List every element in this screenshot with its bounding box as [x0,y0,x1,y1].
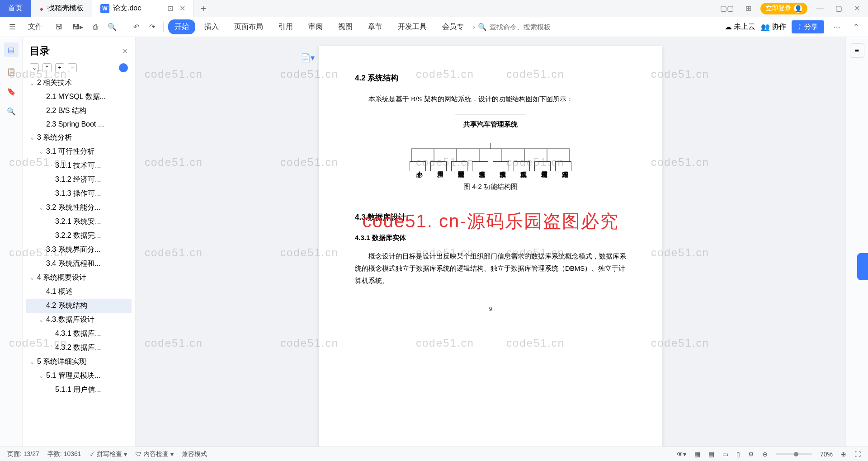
menu-member[interactable]: 会员专 [436,19,470,34]
bookmark-icon[interactable]: 🔖 [6,86,17,97]
login-button[interactable]: 立即登录 👤 [760,3,807,14]
file-menu[interactable]: 文件 [22,19,49,34]
sidebar-close-icon[interactable]: ✕ [122,47,128,56]
view-read-icon[interactable]: ▯ [736,451,740,458]
pin-icon[interactable]: ⊡ [167,4,173,13]
print-icon[interactable]: ⎙ [90,20,101,34]
search-rail-icon[interactable]: 🔍 [6,106,17,117]
toc-item[interactable]: ⌄4.3.数据库设计 [26,313,132,327]
toc-item[interactable]: 3.2.1 系统安... [26,215,132,229]
view-page-icon[interactable]: ▦ [694,451,700,458]
toc-item[interactable]: ⌄5.1 管理员模块... [26,369,132,383]
clipboard-icon[interactable]: 📋 [6,66,17,77]
toc-item[interactable]: 2.2 B/S 结构 [26,104,132,118]
toc-item[interactable]: 4.3.1 数据库... [26,327,132,341]
save-icon[interactable]: 🖫 [52,20,66,34]
toc-item[interactable]: 2.3 Spring Boot ... [26,118,132,131]
menu-review[interactable]: 审阅 [302,19,329,34]
toc-item[interactable]: ⌄2 相关技术 [26,76,132,90]
close-icon[interactable]: ✕ [179,4,185,13]
tab-document[interactable]: W 论文.doc ⊡ ✕ [92,0,194,17]
compat-mode[interactable]: 兼容模式 [182,450,207,458]
share-button[interactable]: ⤴分享 [792,20,824,33]
zoom-in-icon[interactable]: ⊕ [841,451,846,458]
toc-item[interactable]: 4.3.2 数据库... [26,341,132,355]
toc-item[interactable]: 4.2 系统结构 [26,299,132,313]
maximize-icon[interactable]: ▢ [833,4,845,13]
toc-item[interactable]: 5.1.1 用户信... [26,383,132,397]
more-icon[interactable]: ⋯ [830,20,844,34]
chevron-down-icon[interactable]: ⌄ [30,359,35,365]
zoom-value[interactable]: 70% [820,451,833,458]
settings-icon[interactable]: ⚙ [748,451,754,458]
collab-button[interactable]: 👥协作 [761,22,786,32]
org-leaf: 汽车投放管理 [493,161,509,171]
side-tab[interactable] [857,253,868,280]
document-area[interactable]: 📄▾ 4.2 系统结构 本系统是基于 B/S 架构的网站系统，设计的功能结构图如… [136,37,845,447]
apps-icon[interactable]: ⊞ [743,4,754,13]
chevron-down-icon[interactable]: ⌄ [39,373,44,379]
sidebar-title-row: 目录 ✕ [26,42,132,60]
fullscreen-icon[interactable]: ⛶ [854,451,861,458]
view-web-icon[interactable]: ▭ [722,451,728,458]
menu-view[interactable]: 视图 [332,19,359,34]
undo-icon[interactable]: ↶ [130,20,143,34]
eye-icon[interactable]: 👁▾ [677,451,686,458]
layout-icon[interactable]: ▢▢ [717,4,736,13]
right-panel-icon[interactable]: ≡ [850,43,864,58]
add-item-icon[interactable]: + [55,63,64,72]
tab-template[interactable]: ⬥ 找稻壳模板 [31,0,92,17]
minimize-icon[interactable]: — [814,5,826,13]
toc-item[interactable]: ⌄3 系统分析 [26,131,132,145]
menu-section[interactable]: 章节 [362,19,389,34]
collapse-icon[interactable]: ⌃ [849,20,863,34]
collapse-all-icon[interactable]: ⌃ [42,63,52,72]
toc-item[interactable]: 3.2.2 数据完... [26,229,132,243]
tab-home[interactable]: 首页 [0,0,31,17]
toc-item[interactable]: 4.1 概述 [26,285,132,299]
menu-layout[interactable]: 页面布局 [228,19,269,34]
search-box[interactable]: 🔍 [478,23,571,31]
preview-icon[interactable]: 🔍 [104,20,120,34]
expand-all-icon[interactable]: ⌄ [30,63,39,72]
view-outline-icon[interactable]: ▤ [708,451,714,458]
toc-item[interactable]: ⌄3.1 可行性分析 [26,145,132,159]
menu-dev[interactable]: 开发工具 [392,19,433,34]
toc-item[interactable]: ⌄5 系统详细实现 [26,355,132,369]
chevron-down-icon[interactable]: ⌄ [30,275,35,281]
chevron-right-icon[interactable]: › [473,23,475,31]
chevron-down-icon[interactable]: ⌄ [39,149,44,155]
toc-item[interactable]: 3.1.1 技术可... [26,159,132,173]
toc-item[interactable]: 3.1.3 操作可... [26,187,132,201]
chevron-down-icon[interactable]: ⌄ [30,80,35,86]
remove-item-icon[interactable]: − [68,63,77,72]
toc-item[interactable]: ⌄3.2 系统性能分... [26,201,132,215]
menu-icon[interactable]: ☰ [5,20,19,34]
locate-icon[interactable] [119,63,128,72]
zoom-slider[interactable] [776,453,812,455]
chevron-down-icon[interactable]: ⌄ [39,205,44,211]
toc-item[interactable]: 3.4 系统流程和... [26,257,132,271]
menu-start[interactable]: 开始 [168,19,195,34]
chevron-down-icon[interactable]: ⌄ [30,135,35,141]
cloud-status[interactable]: ☁未上云 [725,22,755,32]
toc-item[interactable]: 3.1.2 经济可... [26,173,132,187]
redo-icon[interactable]: ↷ [146,20,159,34]
toc-item[interactable]: ⌄4 系统概要设计 [26,271,132,285]
add-tab-button[interactable]: + [194,3,212,14]
zoom-out-icon[interactable]: ⊖ [762,451,768,458]
content-check-button[interactable]: 🛡内容检查▾ [135,450,174,458]
window-close-icon[interactable]: ✕ [851,4,863,13]
toc-icon[interactable]: ▤ [4,42,19,57]
menu-insert[interactable]: 插入 [198,19,225,34]
chevron-down-icon[interactable]: ⌄ [39,317,44,323]
toc-item[interactable]: 2.1 MYSQL 数据... [26,90,132,104]
search-input[interactable] [490,23,571,31]
saveas-icon[interactable]: 🖫▸ [69,20,87,34]
status-page[interactable]: 页面: 13/27 [7,450,39,458]
page-marker-icon[interactable]: 📄▾ [301,51,315,65]
toc-item[interactable]: 3.3 系统界面分... [26,243,132,257]
status-words[interactable]: 字数: 10361 [47,450,81,458]
spellcheck-button[interactable]: ✓拼写检查▾ [90,450,127,458]
menu-reference[interactable]: 引用 [272,19,299,34]
